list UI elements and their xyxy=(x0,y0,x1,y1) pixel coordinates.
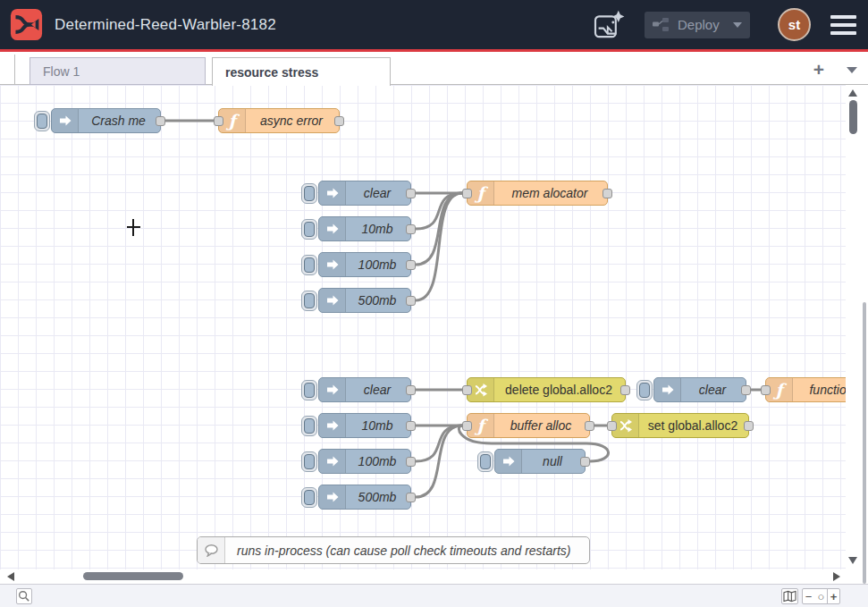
flow-canvas[interactable]: Crash meƒasync errorclear10mb100mb500mbƒ… xyxy=(0,85,846,569)
function-f-icon: ƒ xyxy=(476,417,484,434)
function-f-icon: ƒ xyxy=(476,185,484,202)
user-avatar[interactable]: st xyxy=(778,8,811,41)
node-10mb-a[interactable]: 10mb xyxy=(318,216,411,241)
inject-arrow-icon xyxy=(325,418,340,433)
output-port[interactable] xyxy=(156,116,165,126)
output-port[interactable] xyxy=(406,493,416,502)
zoom-reset-button[interactable]: ○ xyxy=(814,588,828,604)
inject-button[interactable] xyxy=(301,380,317,400)
inject-button[interactable] xyxy=(301,487,317,508)
node-delete-global[interactable]: delete global.alloc2 xyxy=(467,377,626,402)
node-buffer-alloc[interactable]: ƒbuffer alloc xyxy=(467,413,590,438)
inject-button[interactable] xyxy=(301,183,317,204)
node-clear-c[interactable]: clear xyxy=(653,377,746,402)
inject-button-inner xyxy=(639,383,650,398)
inject-icon-area xyxy=(319,181,346,205)
output-port[interactable] xyxy=(406,457,416,467)
inject-icon-area xyxy=(319,289,346,312)
app-logo-icon xyxy=(10,8,43,41)
inject-icon-area xyxy=(319,378,346,401)
zoom-out-button[interactable]: − xyxy=(802,588,815,604)
inject-button-inner xyxy=(304,454,315,469)
scroll-up-arrow-icon[interactable] xyxy=(848,89,857,97)
output-port[interactable] xyxy=(741,385,751,395)
output-port[interactable] xyxy=(406,421,416,431)
node-clear-b[interactable]: clear xyxy=(318,377,411,402)
comment-icon-area xyxy=(198,537,225,563)
node-set-global[interactable]: set global.alloc2 xyxy=(611,413,749,438)
input-port[interactable] xyxy=(607,421,617,431)
node-500mb-a[interactable]: 500mb xyxy=(318,288,411,313)
output-port[interactable] xyxy=(334,116,344,126)
crosshair-cursor xyxy=(132,219,134,236)
node-function-x[interactable]: ƒfunction xyxy=(765,377,846,402)
inject-button[interactable] xyxy=(636,380,653,400)
inject-button[interactable] xyxy=(301,291,317,311)
scroll-down-arrow-icon[interactable] xyxy=(848,557,857,564)
add-flow-button[interactable]: + xyxy=(807,58,830,81)
inject-arrow-icon xyxy=(325,454,340,468)
header-bar: Determined-Reed-Warbler-8182 Deploy st xyxy=(0,0,868,52)
node-mem-alocator[interactable]: ƒmem alocator xyxy=(467,181,608,206)
outer-scrollbar-thumb[interactable] xyxy=(863,302,866,584)
horizontal-scrollbar[interactable] xyxy=(0,569,846,584)
inject-icon-area xyxy=(319,217,346,240)
deploy-dropdown-caret-icon[interactable] xyxy=(733,22,742,28)
horizontal-scrollbar-thumb[interactable] xyxy=(83,572,183,580)
output-port[interactable] xyxy=(580,457,590,467)
ai-flow-icon[interactable] xyxy=(593,10,625,40)
input-port[interactable] xyxy=(214,116,223,126)
deploy-button[interactable]: Deploy xyxy=(645,12,750,38)
inject-icon-area xyxy=(654,378,681,401)
output-port[interactable] xyxy=(744,421,754,431)
tabbar-left-edge xyxy=(14,55,15,85)
inject-button[interactable] xyxy=(301,219,317,240)
inject-button[interactable] xyxy=(301,416,317,436)
node-null-inject[interactable]: null xyxy=(494,449,586,474)
inject-icon-area xyxy=(319,450,346,473)
node-100mb-b[interactable]: 100mb xyxy=(318,449,411,474)
input-port[interactable] xyxy=(462,189,472,198)
scroll-right-arrow-icon[interactable] xyxy=(833,572,840,581)
zoom-in-icon: + xyxy=(830,590,838,603)
inject-icon-area xyxy=(319,485,346,509)
output-port[interactable] xyxy=(406,224,416,234)
inject-arrow-icon xyxy=(325,257,340,272)
outer-scrollbar[interactable] xyxy=(860,85,868,584)
input-port[interactable] xyxy=(462,421,472,431)
zoom-in-button[interactable]: + xyxy=(827,588,840,604)
inject-icon-area xyxy=(495,450,522,473)
main-menu-button[interactable] xyxy=(830,15,856,35)
scroll-left-arrow-icon[interactable] xyxy=(7,572,14,581)
node-100mb-a[interactable]: 100mb xyxy=(318,252,411,277)
inject-button-inner xyxy=(304,222,315,237)
node-crash-me[interactable]: Crash me xyxy=(51,108,161,133)
tab-flow-1[interactable]: Flow 1 xyxy=(29,57,206,85)
node-10mb-b[interactable]: 10mb xyxy=(318,413,411,438)
node-async-error[interactable]: ƒasync error xyxy=(218,108,340,133)
node-comment-1[interactable]: runs in-process (can cause poll check ti… xyxy=(197,536,590,564)
inject-button-inner xyxy=(480,454,491,469)
inject-button[interactable] xyxy=(301,255,317,275)
inject-button[interactable] xyxy=(477,451,493,472)
output-port[interactable] xyxy=(406,189,416,198)
output-port[interactable] xyxy=(406,385,416,395)
inject-button[interactable] xyxy=(301,451,317,472)
vertical-scrollbar-thumb[interactable] xyxy=(849,100,857,134)
vertical-scrollbar[interactable] xyxy=(846,85,860,584)
inject-button[interactable] xyxy=(34,111,50,131)
output-port[interactable] xyxy=(620,385,630,395)
node-500mb-b[interactable]: 500mb xyxy=(318,485,411,510)
search-button[interactable] xyxy=(16,588,32,604)
output-port[interactable] xyxy=(406,260,416,270)
node-clear-a[interactable]: clear xyxy=(318,181,411,206)
input-port[interactable] xyxy=(761,385,771,395)
output-port[interactable] xyxy=(585,421,594,431)
tab-resource-stress[interactable]: resource stress xyxy=(212,57,391,86)
node-label: buffer alloc xyxy=(495,414,586,437)
output-port[interactable] xyxy=(603,189,612,198)
output-port[interactable] xyxy=(406,296,416,306)
tab-list-caret-icon[interactable] xyxy=(847,67,857,73)
navigator-button[interactable] xyxy=(781,588,798,604)
input-port[interactable] xyxy=(462,385,472,395)
